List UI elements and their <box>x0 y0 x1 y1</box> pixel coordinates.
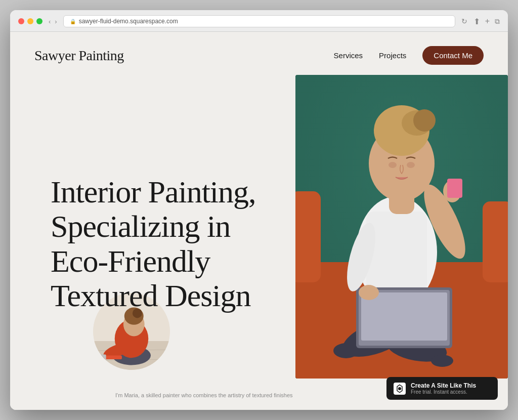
traffic-lights <box>18 18 42 24</box>
tabs-icon[interactable]: ⧉ <box>495 17 500 26</box>
svg-rect-11 <box>366 212 427 292</box>
browser-window: ‹ › 🔒 sawyer-fluid-demo.squarespace.com … <box>10 10 508 410</box>
share-icon[interactable]: ⬆ <box>473 17 480 26</box>
hero-text-area: Interior Painting, Specializing in Eco-F… <box>10 75 273 402</box>
svg-point-39 <box>398 387 401 390</box>
svg-point-9 <box>431 355 453 367</box>
nav-services-link[interactable]: Services <box>334 51 363 60</box>
hero-section: Interior Painting, Specializing in Eco-F… <box>10 75 508 402</box>
svg-rect-4 <box>483 201 508 282</box>
forward-button[interactable]: › <box>55 18 57 25</box>
squarespace-logo <box>394 383 406 395</box>
website-content: Sawyer Painting Services Projects Contac… <box>10 32 508 410</box>
svg-point-21 <box>407 162 415 168</box>
maximize-button[interactable] <box>36 18 42 24</box>
nav-links: Services Projects Contact Me <box>334 46 484 65</box>
navigation: Sawyer Painting Services Projects Contac… <box>10 32 508 75</box>
squarespace-logo-icon <box>395 384 404 393</box>
hero-main-image <box>295 75 508 379</box>
site-title: Sawyer Painting <box>34 48 124 64</box>
squarespace-badge-subtitle: Free trial. Instant access. <box>411 389 476 395</box>
browser-actions: ⬆ + ⧉ <box>473 17 500 26</box>
new-tab-icon[interactable]: + <box>485 17 490 26</box>
svg-rect-14 <box>361 292 447 341</box>
lock-icon: 🔒 <box>70 19 76 24</box>
svg-point-19 <box>413 109 436 132</box>
svg-point-26 <box>359 285 379 300</box>
hero-heading: Interior Painting, Specializing in Eco-F… <box>51 175 273 313</box>
browser-nav-controls: ‹ › <box>49 18 57 25</box>
svg-point-20 <box>388 162 397 168</box>
minimize-button[interactable] <box>27 18 33 24</box>
address-bar[interactable]: 🔒 sawyer-fluid-demo.squarespace.com <box>63 15 455 27</box>
contact-me-button[interactable]: Contact Me <box>422 46 484 65</box>
close-button[interactable] <box>18 18 24 24</box>
svg-rect-24 <box>447 179 462 198</box>
nav-projects-link[interactable]: Projects <box>379 51 406 60</box>
reload-icon[interactable]: ↻ <box>461 17 467 25</box>
back-button[interactable]: ‹ <box>49 18 51 25</box>
svg-rect-3 <box>295 191 321 282</box>
browser-chrome: ‹ › 🔒 sawyer-fluid-demo.squarespace.com … <box>10 10 508 32</box>
squarespace-badge[interactable]: Create A Site Like This Free trial. Inst… <box>386 377 498 400</box>
url-text: sawyer-fluid-demo.squarespace.com <box>79 18 178 25</box>
squarespace-badge-text: Create A Site Like This Free trial. Inst… <box>411 382 476 395</box>
squarespace-badge-title: Create A Site Like This <box>411 382 476 389</box>
svg-point-8 <box>333 343 359 358</box>
